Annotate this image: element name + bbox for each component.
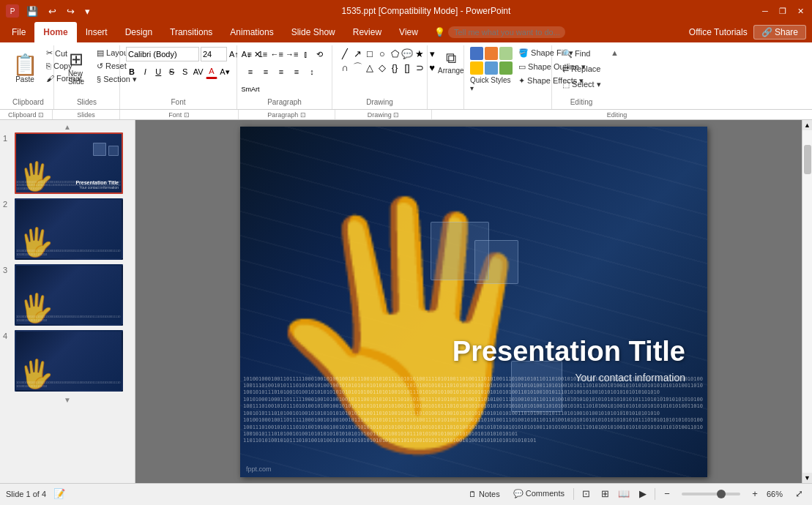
quick-style-5[interactable]: [485, 61, 498, 75]
bullets-btn[interactable]: ≡: [243, 47, 256, 61]
slide-notes-popup-btn[interactable]: 📝: [52, 487, 67, 501]
menu-transitions[interactable]: Transitions: [161, 22, 221, 42]
slide-preview-4[interactable]: 🖐 10100100010011011111000100101001001011…: [15, 330, 123, 392]
restore-btn[interactable]: ❐: [777, 6, 789, 16]
slide-preview-1[interactable]: 🖐 Presentation Title Your contact inform…: [15, 132, 123, 194]
diamond-shape-btn[interactable]: ◇: [376, 61, 389, 74]
pentagon-shape-btn[interactable]: ⬠: [388, 47, 401, 60]
paragraph-expand-btn[interactable]: Paragraph ⊡: [239, 110, 335, 119]
office-tutorials-btn[interactable]: Office Tutorials: [689, 27, 748, 37]
notes-btn[interactable]: 🗒 Notes: [464, 489, 504, 499]
zoom-in-btn[interactable]: +: [748, 487, 762, 501]
dec-indent-btn[interactable]: ←≡: [270, 47, 284, 61]
scroll-down-btn[interactable]: ▼: [802, 473, 813, 483]
arrange-button[interactable]: ⧉ Arrange: [433, 47, 469, 78]
reading-view-btn[interactable]: 📖: [617, 487, 631, 501]
menu-home[interactable]: Home: [34, 22, 76, 42]
zoom-thumb[interactable]: [717, 490, 726, 498]
minimize-btn[interactable]: ─: [759, 6, 771, 16]
editing-expand-btn[interactable]: Editing: [432, 110, 802, 119]
replace-button[interactable]: ⇄ Replace: [558, 62, 606, 76]
slides-expand-btn[interactable]: Slides: [53, 110, 120, 119]
panel-scroll-down[interactable]: ▼: [3, 396, 132, 404]
inc-indent-btn[interactable]: →≡: [285, 47, 299, 61]
quick-style-4[interactable]: [470, 61, 483, 75]
vertical-scrollbar[interactable]: ▲ ▼: [802, 120, 812, 483]
comments-btn[interactable]: 💬 Comments: [509, 488, 569, 499]
shadow-btn[interactable]: S: [179, 64, 191, 79]
underline-btn[interactable]: U: [152, 64, 164, 79]
quick-styles-label[interactable]: Quick Styles ▾: [470, 76, 513, 92]
font-size-input[interactable]: [201, 47, 227, 61]
drawing-expand-btn[interactable]: Drawing ⊡: [335, 110, 432, 119]
italic-btn[interactable]: I: [139, 64, 151, 79]
bold-btn[interactable]: B: [126, 64, 138, 79]
slide-preview-2[interactable]: 🖐 10100100010011011111000100101001001011…: [15, 198, 123, 260]
fit-slide-btn[interactable]: ⤢: [791, 487, 806, 501]
undo-quick-btn[interactable]: ↩: [45, 4, 59, 18]
font-color-btn[interactable]: A: [206, 64, 217, 79]
slide-sorter-btn[interactable]: ⊞: [597, 487, 612, 501]
scroll-thumb[interactable]: [804, 145, 811, 174]
select-button[interactable]: ⬚ Select ▾: [558, 78, 606, 91]
scroll-track[interactable]: [802, 130, 813, 473]
quick-style-3[interactable]: [499, 47, 513, 60]
misc-shape-btn[interactable]: ⊃: [413, 61, 426, 74]
arrow-shape-btn[interactable]: ↗: [351, 47, 364, 60]
columns-btn[interactable]: ⫿: [299, 47, 312, 61]
ribbon-collapse[interactable]: ▲: [611, 45, 621, 109]
bend-shape-btn[interactable]: ⌒: [351, 61, 364, 74]
zoom-slider[interactable]: [682, 493, 740, 495]
align-right-btn[interactable]: ≡: [274, 64, 288, 79]
placeholder-2[interactable]: [474, 240, 518, 284]
redo-quick-btn[interactable]: ↪: [64, 4, 78, 18]
text-dir-btn[interactable]: ⟲: [313, 47, 326, 61]
quick-style-1[interactable]: [470, 47, 483, 60]
align-left-btn[interactable]: ≡: [243, 64, 258, 79]
slide-title[interactable]: Presentation Title: [452, 336, 685, 367]
new-slide-button[interactable]: ⊞ NewSlide: [60, 47, 92, 88]
brace-shape-btn[interactable]: {}: [388, 61, 401, 74]
convert-smartart-btn[interactable]: SmArt: [243, 82, 258, 97]
quick-style-2[interactable]: [485, 47, 498, 60]
tri-shape-btn[interactable]: △: [363, 61, 376, 74]
customize-quick-btn[interactable]: ▾: [82, 4, 93, 18]
normal-view-btn[interactable]: ⊡: [578, 487, 593, 501]
line-spacing-btn[interactable]: ↕: [305, 64, 319, 79]
slide-preview-3[interactable]: 🖐 10100100010011011111000100101001001011…: [15, 264, 123, 326]
share-btn[interactable]: 🔗 Share: [753, 25, 806, 40]
rect-shape-btn[interactable]: □: [363, 47, 376, 60]
menu-file[interactable]: File: [3, 22, 34, 42]
tell-me-input[interactable]: [448, 26, 565, 38]
line-shape-btn[interactable]: ╱: [338, 47, 351, 60]
slideshow-btn[interactable]: ▶: [636, 487, 650, 501]
justify-btn[interactable]: ≡: [289, 64, 304, 79]
menu-animations[interactable]: Animations: [221, 22, 282, 42]
strikethrough-btn[interactable]: S: [165, 64, 177, 79]
menu-design[interactable]: Design: [116, 22, 161, 42]
menu-insert[interactable]: Insert: [77, 22, 116, 42]
curve-shape-btn[interactable]: ∩: [338, 61, 351, 74]
menu-slideshow[interactable]: Slide Show: [283, 22, 344, 42]
font-expand-btn[interactable]: Font ⊡: [120, 110, 239, 119]
find-button[interactable]: 🔍 Find: [558, 47, 606, 61]
clipboard-expand-btn[interactable]: Clipboard ⊡: [0, 110, 53, 119]
save-quick-btn[interactable]: 💾: [23, 4, 41, 18]
bracket-shape-btn[interactable]: []: [401, 61, 414, 74]
menu-view[interactable]: View: [390, 22, 427, 42]
highlight-btn[interactable]: A▾: [219, 64, 231, 79]
numbering-btn[interactable]: 1≡: [256, 47, 269, 61]
quick-style-6[interactable]: [499, 61, 513, 75]
spacing-btn[interactable]: AV: [193, 64, 204, 79]
close-btn[interactable]: ✕: [794, 6, 806, 16]
circle-shape-btn[interactable]: ○: [376, 47, 389, 60]
star-shape-btn[interactable]: ★: [413, 47, 426, 60]
menu-review[interactable]: Review: [344, 22, 390, 42]
callout-shape-btn[interactable]: 💬: [401, 47, 414, 60]
font-name-input[interactable]: [126, 47, 199, 61]
scroll-up-btn[interactable]: ▲: [802, 120, 813, 130]
paste-button[interactable]: 📋 Paste: [9, 47, 41, 91]
panel-scroll-up[interactable]: ▲: [3, 123, 132, 131]
align-center-btn[interactable]: ≡: [258, 64, 273, 79]
zoom-out-btn[interactable]: −: [660, 487, 674, 501]
